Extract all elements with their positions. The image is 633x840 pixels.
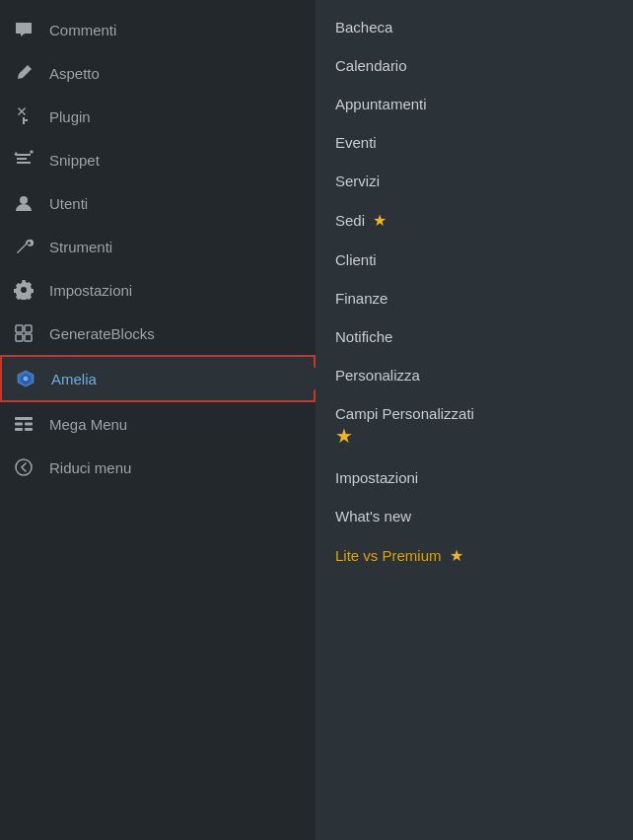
megamenu-icon [12,412,35,436]
submenu-item-whats-new[interactable]: What's new [316,497,633,535]
sidebar-item-strumenti[interactable]: Strumenti [0,225,316,268]
sidebar-item-megamenu[interactable]: Mega Menu [0,402,316,446]
submenu-item-label: Personalizza [335,367,420,384]
submenu-item-label: Sedi [335,212,365,229]
brush-icon [12,61,35,85]
submenu-item-sedi[interactable]: Sedi ★ [316,200,633,241]
submenu: Bacheca Calendario Appuntamenti Eventi S… [316,0,633,840]
sidebar-item-label: GenerateBlocks [49,325,155,342]
sidebar-item-label: Commenti [49,22,116,38]
submenu-item-campi-personalizzati[interactable]: Campi Personalizzati ★ [316,394,633,458]
sidebar-item-generateblocks[interactable]: GenerateBlocks [0,312,316,355]
submenu-item-impostazioni[interactable]: Impostazioni [316,458,633,497]
tools-icon [12,235,35,258]
svg-rect-3 [16,334,23,341]
svg-rect-2 [25,325,32,332]
submenu-item-clienti[interactable]: Clienti [316,241,633,279]
submenu-item-label: Finanze [335,290,387,307]
submenu-item-label: Calendario [335,57,407,74]
collapse-icon [12,455,35,479]
sidebar-item-amelia[interactable]: Amelia [0,355,316,402]
svg-rect-1 [16,325,23,332]
sidebar-item-label: Strumenti [49,239,112,255]
svg-rect-12 [25,428,33,431]
submenu-item-notifiche[interactable]: Notifiche [316,317,633,356]
svg-rect-10 [25,423,33,426]
svg-point-7 [24,377,29,382]
submenu-item-label: What's new [335,508,411,525]
sidebar-item-label: Aspetto [49,65,100,82]
sidebar-item-label: Mega Menu [49,416,127,433]
svg-point-0 [20,196,28,204]
submenu-item-lite-vs-premium[interactable]: Lite vs Premium ★ [316,535,633,576]
svg-rect-11 [15,428,23,431]
sidebar: Commenti Aspetto Plugin Snippet [0,0,316,840]
sidebar-item-aspetto[interactable]: Aspetto [0,51,316,95]
svg-rect-8 [15,417,33,420]
sidebar-item-label: Impostazioni [49,282,132,299]
submenu-item-servizi[interactable]: Servizi [316,162,633,200]
amelia-icon [14,367,37,390]
submenu-item-label: Bacheca [335,19,392,35]
sidebar-item-label: Utenti [49,195,88,212]
submenu-item-finanze[interactable]: Finanze [316,279,633,317]
star-icon: ★ [450,546,463,565]
plugin-icon [12,105,35,128]
snippet-icon [12,148,35,172]
sidebar-item-label: Riduci menu [49,459,131,476]
svg-point-13 [16,459,32,475]
submenu-item-label: Notifiche [335,328,392,345]
submenu-item-label: Clienti [335,251,377,268]
svg-rect-4 [25,334,32,341]
submenu-item-label: Appuntamenti [335,96,427,112]
comment-icon [12,18,35,41]
sidebar-item-label: Snippet [49,152,100,169]
submenu-item-bacheca[interactable]: Bacheca [316,8,633,46]
sidebar-item-snippet[interactable]: Snippet [0,138,316,181]
submenu-item-calendario[interactable]: Calendario [316,46,633,85]
star-icon: ★ [335,424,353,448]
submenu-item-label: Lite vs Premium [335,547,442,564]
svg-rect-9 [15,423,23,426]
settings-icon [12,278,35,302]
sidebar-item-label: Plugin [49,108,91,125]
generateblocks-icon [12,321,35,345]
sidebar-item-commenti[interactable]: Commenti [0,8,316,51]
sidebar-item-utenti[interactable]: Utenti [0,181,316,225]
sidebar-item-impostazioni[interactable]: Impostazioni [0,268,316,312]
submenu-item-label: Servizi [335,173,380,189]
sidebar-item-label: Amelia [51,371,97,387]
star-icon: ★ [373,211,387,230]
sidebar-item-plugin[interactable]: Plugin [0,95,316,138]
submenu-item-label: Eventi [335,134,377,151]
submenu-item-label: Campi Personalizzati [335,405,474,422]
sidebar-item-riduci[interactable]: Riduci menu [0,446,316,489]
user-icon [12,191,35,215]
submenu-item-eventi[interactable]: Eventi [316,123,633,162]
submenu-item-label: Impostazioni [335,469,418,486]
submenu-item-personalizza[interactable]: Personalizza [316,356,633,394]
submenu-item-appuntamenti[interactable]: Appuntamenti [316,85,633,123]
